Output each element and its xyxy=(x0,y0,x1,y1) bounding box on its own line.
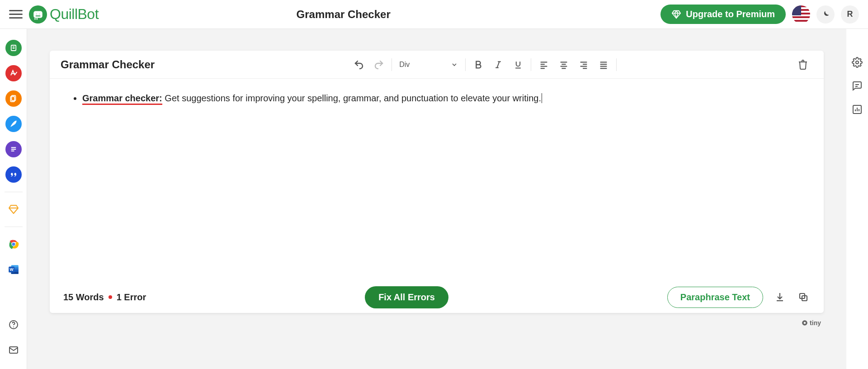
align-center-button[interactable] xyxy=(554,55,574,75)
paraphrase-button-label: Paraphrase Text xyxy=(680,292,750,302)
editor-toolbar: Grammar Checker Div xyxy=(50,51,824,79)
toolbar-separator xyxy=(392,58,392,71)
text-cursor xyxy=(542,93,542,103)
chrome-extension-icon[interactable] xyxy=(5,236,22,252)
page-title: Grammar Checker xyxy=(33,8,654,21)
feedback-icon[interactable] xyxy=(851,80,863,92)
left-tool-rail: W xyxy=(0,29,27,369)
editor-card: Grammar Checker Div xyxy=(50,51,824,313)
settings-gear-icon[interactable] xyxy=(851,56,863,69)
toolbar-separator xyxy=(616,58,617,71)
card-title: Grammar Checker xyxy=(61,58,155,71)
right-rail xyxy=(846,29,868,369)
fix-button-label: Fix All Errors xyxy=(378,292,435,302)
editor-textarea[interactable]: Grammar checker: Get suggestions for imp… xyxy=(50,79,824,281)
block-format-select[interactable]: Div xyxy=(395,57,462,73)
avatar-button[interactable]: R xyxy=(841,5,859,24)
body-layout: W Grammar Checker xyxy=(0,29,868,369)
header-actions: Upgrade to Premium R xyxy=(660,5,859,24)
editor-text: Get suggestions for improving your spell… xyxy=(162,93,541,103)
fix-all-errors-button[interactable]: Fix All Errors xyxy=(365,286,448,308)
align-justify-button[interactable] xyxy=(594,55,613,75)
copy-button[interactable] xyxy=(797,290,810,304)
error-count: 1 Error xyxy=(117,292,146,303)
error-highlight[interactable]: Grammar checker: xyxy=(82,93,162,105)
tiny-attribution[interactable]: tiny xyxy=(802,319,821,326)
statistics-icon[interactable] xyxy=(851,103,863,116)
tiny-icon xyxy=(802,320,808,326)
premium-diamond-icon[interactable] xyxy=(5,201,22,218)
block-format-value: Div xyxy=(399,61,410,69)
rail-separator xyxy=(5,192,23,192)
footer-stats: 15 Words 1 Error xyxy=(63,292,146,303)
delete-trash-button[interactable] xyxy=(793,55,813,75)
theme-toggle-button[interactable] xyxy=(816,5,835,24)
download-button[interactable] xyxy=(773,290,787,304)
word-count: 15 Words xyxy=(63,292,104,303)
top-header: QuillBot Grammar Checker Upgrade to Prem… xyxy=(0,0,868,29)
upgrade-premium-button[interactable]: Upgrade to Premium xyxy=(660,5,786,24)
word-addin-icon[interactable]: W xyxy=(5,261,22,278)
undo-button[interactable] xyxy=(349,55,369,75)
svg-point-51 xyxy=(804,322,806,324)
chevron-down-icon xyxy=(451,61,458,68)
editor-footer: 15 Words 1 Error Fix All Errors Paraphra… xyxy=(50,281,824,313)
svg-line-29 xyxy=(497,62,500,67)
svg-text:W: W xyxy=(9,267,14,272)
paraphrase-text-button[interactable]: Paraphrase Text xyxy=(667,287,763,308)
toolbar-separator xyxy=(465,58,466,71)
svg-point-25 xyxy=(13,326,14,327)
main-area: Grammar Checker Div xyxy=(27,29,846,369)
rail-separator-2 xyxy=(5,227,23,227)
bold-button[interactable] xyxy=(468,55,488,75)
contact-mail-icon[interactable] xyxy=(5,342,22,358)
align-right-button[interactable] xyxy=(574,55,594,75)
toolbar-separator xyxy=(531,58,531,71)
diamond-icon xyxy=(671,9,681,19)
upgrade-label: Upgrade to Premium xyxy=(686,9,775,19)
redo-button[interactable] xyxy=(369,55,389,75)
svg-point-52 xyxy=(856,61,859,64)
menu-hamburger-icon[interactable] xyxy=(9,8,23,21)
error-dot-icon xyxy=(108,295,112,299)
paraphraser-icon[interactable] xyxy=(5,40,22,56)
italic-button[interactable] xyxy=(488,55,508,75)
plagiarism-icon[interactable] xyxy=(5,90,22,107)
align-left-button[interactable] xyxy=(534,55,554,75)
avatar-initial: R xyxy=(847,9,853,19)
language-flag-button[interactable] xyxy=(792,5,810,24)
summarizer-icon[interactable] xyxy=(5,141,22,157)
cowriter-icon[interactable] xyxy=(5,116,22,132)
underline-button[interactable] xyxy=(508,55,528,75)
help-icon[interactable] xyxy=(5,317,22,333)
moon-icon xyxy=(821,10,830,19)
tiny-label: tiny xyxy=(810,319,821,326)
grammar-checker-icon[interactable] xyxy=(5,65,22,81)
citation-icon[interactable] xyxy=(5,166,22,183)
